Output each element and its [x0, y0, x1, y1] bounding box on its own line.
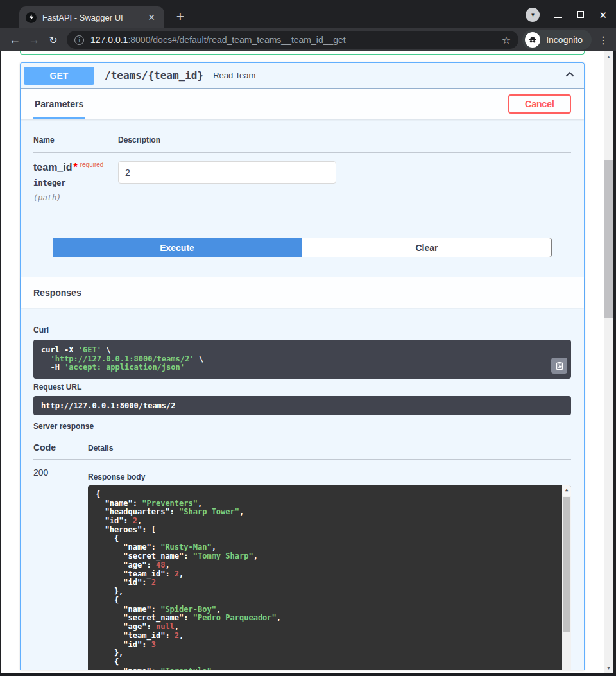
parameter-location: (path) — [33, 193, 118, 202]
previous-operation-block-edge — [20, 51, 585, 55]
details-column-header: Details — [88, 444, 113, 453]
address-bar[interactable]: i 127.0.0.1:8000/docs#/default/read_team… — [67, 31, 518, 49]
responses-body: Curl curl -X 'GET' \ 'http://127.0.0.1:8… — [21, 308, 584, 670]
cancel-button[interactable]: Cancel — [508, 94, 571, 114]
response-table-header: Code Details — [33, 442, 571, 453]
window-indicator-icon[interactable]: ▼ — [526, 8, 540, 22]
status-code: 200 — [33, 467, 88, 670]
window-controls: ▼ ✕ — [526, 7, 607, 22]
method-badge: GET — [24, 67, 94, 85]
tab-close-icon[interactable]: ✕ — [145, 12, 158, 23]
incognito-label: Incognito — [546, 35, 583, 45]
browser-tab[interactable]: FastAPI - Swagger UI ✕ — [19, 6, 164, 28]
parameters-body: Name Description team_id*required intege… — [21, 119, 584, 257]
curl-title: Curl — [33, 325, 571, 334]
bookmark-star-icon[interactable]: ☆ — [502, 34, 511, 46]
forward-button[interactable]: → — [24, 33, 44, 47]
copy-to-clipboard-button[interactable] — [551, 358, 567, 374]
clear-button[interactable]: Clear — [302, 238, 552, 257]
page-content: GET /teams/{team_id} Read Team Parameter… — [0, 51, 616, 676]
window-bottom-edge — [0, 673, 616, 676]
window-right-edge — [613, 51, 616, 676]
reload-button[interactable]: ↻ — [44, 34, 63, 46]
minimize-icon — [554, 17, 562, 18]
incognito-icon — [525, 32, 540, 48]
parameter-row: team_id*required integer (path) — [33, 153, 571, 202]
response-details-cell: Response body { "name": "Preventers", "h… — [88, 467, 571, 670]
request-url-block: http://127.0.0.1:8000/teams/2 — [33, 396, 571, 415]
get-operation-block: GET /teams/{team_id} Read Team Parameter… — [20, 62, 585, 670]
response-body-code: { "name": "Preventers", "headquarters": … — [96, 490, 554, 670]
parameters-section-header: Parameters Cancel — [21, 89, 584, 119]
required-asterisk: * — [73, 162, 77, 173]
request-url-title: Request URL — [33, 383, 571, 392]
maximize-button[interactable] — [577, 9, 584, 21]
parameter-name: team_id*required — [33, 161, 118, 173]
scroll-up-arrow-icon[interactable]: ▲ — [562, 485, 571, 496]
team-id-input[interactable] — [118, 161, 336, 184]
window-left-edge — [0, 51, 1, 676]
new-tab-button[interactable]: + — [172, 9, 189, 24]
execute-button[interactable]: Execute — [53, 238, 302, 257]
operation-header[interactable]: GET /teams/{team_id} Read Team — [21, 63, 584, 89]
scroll-down-arrow-icon[interactable]: ▼ — [604, 663, 613, 673]
code-column-header: Code — [33, 442, 88, 453]
response-scrollbar-thumb[interactable] — [563, 497, 570, 632]
browser-window: FastAPI - Swagger UI ✕ + ▼ ✕ ← → ↻ i 127… — [0, 0, 616, 676]
required-label: required — [80, 161, 104, 168]
browser-menu-button[interactable]: ⋮ — [598, 34, 608, 46]
incognito-badge: Incognito — [522, 30, 592, 50]
maximize-icon — [577, 11, 584, 18]
collapse-chevron-icon[interactable] — [565, 69, 575, 82]
description-column-header: Description — [118, 135, 160, 144]
operation-path: /teams/{team_id} — [105, 69, 203, 82]
fastapi-favicon-icon — [26, 12, 37, 23]
close-window-button[interactable]: ✕ — [599, 10, 607, 20]
execute-wrapper: Execute Clear — [33, 238, 571, 257]
main-scrollbar-thumb[interactable] — [604, 160, 613, 318]
response-body-scrollbar[interactable]: ▲ — [562, 485, 571, 670]
main-scrollbar[interactable]: ▲ ▼ — [604, 51, 613, 676]
tab-parameters[interactable]: Parameters — [33, 89, 85, 119]
tab-bar: FastAPI - Swagger UI ✕ + ▼ ✕ — [0, 0, 616, 28]
scroll-up-arrow-icon[interactable]: ▲ — [604, 51, 613, 62]
curl-code: curl -X 'GET' \ 'http://127.0.0.1:8000/t… — [41, 346, 543, 372]
page-info-icon[interactable]: i — [74, 35, 84, 45]
url-path: :8000/docs#/default/read_team_teams__tea… — [128, 35, 345, 45]
back-button[interactable]: ← — [5, 33, 24, 47]
navigation-bar: ← → ↻ i 127.0.0.1:8000/docs#/default/rea… — [0, 28, 616, 51]
minimize-button[interactable] — [554, 9, 562, 21]
parameter-meta: team_id*required integer (path) — [33, 161, 118, 202]
response-table-divider — [33, 459, 571, 460]
tab-title: FastAPI - Swagger UI — [42, 13, 145, 22]
response-row: 200 Response body { "name": "Preventers"… — [33, 467, 571, 670]
responses-title: Responses — [33, 288, 81, 298]
response-body-block: { "name": "Preventers", "headquarters": … — [88, 485, 571, 670]
url-host: 127.0.0.1 — [90, 35, 128, 45]
parameters-table-header: Name Description — [33, 135, 571, 153]
server-response-title: Server response — [33, 422, 571, 431]
parameter-type: integer — [33, 178, 118, 187]
curl-block: curl -X 'GET' \ 'http://127.0.0.1:8000/t… — [33, 340, 571, 379]
swagger-page: GET /teams/{team_id} Read Team Parameter… — [1, 51, 603, 676]
operation-summary: Read Team — [213, 71, 565, 80]
parameter-value-cell — [118, 161, 336, 202]
url-text: 127.0.0.1:8000/docs#/default/read_team_t… — [90, 35, 497, 45]
response-body-title: Response body — [88, 472, 571, 481]
name-column-header: Name — [33, 135, 118, 144]
responses-section-header: Responses — [21, 277, 584, 308]
